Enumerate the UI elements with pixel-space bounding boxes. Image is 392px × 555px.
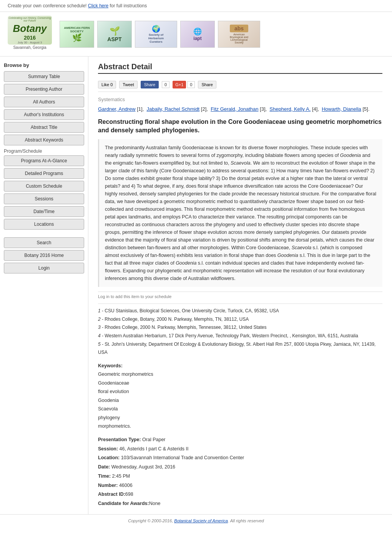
sidebar-btn-login[interactable]: Login — [4, 263, 84, 273]
sidebar-btn-search[interactable]: Search — [4, 237, 84, 248]
keywords-label: Keywords: — [98, 363, 123, 368]
program-schedule-label: Program/Schedule — [4, 148, 84, 154]
sidebar-btn-sessions[interactable]: Sessions — [4, 193, 84, 204]
keyword-1: Geometric morphometrics — [98, 372, 153, 377]
number-info: Number: 46006 — [98, 481, 382, 490]
abstract-id-info: Abstract ID:698 — [98, 490, 382, 499]
share-button-2[interactable]: Share — [198, 81, 216, 88]
sidebar-btn-locations[interactable]: Locations — [4, 219, 84, 230]
location-value: 103/Savannah International Trade and Con… — [121, 455, 244, 460]
abstract-id-label: Abstract ID: — [98, 492, 125, 497]
main-layout: Browse by Summary Table Presenting Autho… — [0, 57, 392, 514]
time-info: Time: 2:45 PM — [98, 472, 382, 481]
share-count: 0 — [162, 81, 169, 88]
candidate-info: Candidate for Awards:None — [98, 499, 382, 508]
author-link-3[interactable]: Fitz Gerald, Jonathan — [211, 106, 258, 112]
botany-logo-year: 2016 — [8, 35, 51, 41]
botany-logo-date: July 30 - August 3 — [8, 41, 51, 44]
social-bar: Like 0 Tweet Share 0 G+1 0 Share — [98, 78, 382, 92]
header-logos: Celebrating our History, Conserving our … — [0, 12, 392, 57]
sidebar-btn-custom-schedule[interactable]: Custom Schedule — [4, 181, 84, 192]
sidebar-btn-botany-home[interactable]: Botany 2016 Home — [4, 250, 84, 261]
sidebar-btn-date-time[interactable]: Date/Time — [4, 206, 84, 217]
keyword-3: floral evolution — [98, 389, 129, 394]
abstract-id-value: 698 — [125, 492, 133, 497]
author-link-4[interactable]: Shepherd, Kelly A. — [269, 106, 311, 112]
author-link-1[interactable]: Gardner, Andrew — [98, 106, 136, 112]
sidebar-btn-programs-at-a-glance[interactable]: Programs At-A-Glance — [4, 155, 84, 166]
banner-suffix: for full instructions — [108, 3, 147, 8]
time-label: Time: — [98, 473, 111, 479]
session-value: 46, Asterids I part C & Asterids II — [120, 446, 189, 452]
affiliation-4: 4 - Western Australian Herbarium, 17 Dic… — [98, 332, 382, 340]
presentation-type: Presentation Type: Oral Paper — [98, 435, 382, 445]
banner-text: Create your own conference schedule! — [8, 3, 88, 8]
browse-by-label: Browse by — [4, 62, 84, 68]
keyword-2: Goodeniaceae — [98, 380, 129, 386]
share-button[interactable]: Share — [141, 81, 159, 88]
botany-logo-celebrating: Celebrating our History, Conserving our … — [8, 17, 51, 22]
botany-logo-main: Botany — [8, 23, 51, 35]
authors-line: Gardner, Andrew [1], Jabaily, Rachel Sch… — [98, 105, 382, 113]
shc-logo: 🌍 Society ofHerbariumCurators — [135, 21, 177, 48]
presentation-type-label: Presentation Type: — [98, 437, 141, 442]
sidebar-btn-abstract-title[interactable]: Abstract Title — [4, 122, 84, 133]
tweet-button[interactable]: Tweet — [119, 81, 137, 88]
presentation-info: Presentation Type: Oral Paper Session: 4… — [98, 435, 382, 508]
aspt-logo: 🌱 ASPT — [97, 21, 132, 48]
location-label: Location: — [98, 455, 120, 460]
sponsor-logos: AMERICAN FERN SOCIETY 🌿 🌱 ASPT 🌍 Society… — [60, 21, 260, 48]
gplus-count: 0 — [187, 81, 195, 88]
footer-suffix: . All rights reserved — [228, 518, 264, 523]
sidebar-btn-summary-table[interactable]: Summary Table — [4, 71, 84, 82]
iapt-logo: 🌐 iapt — [180, 21, 215, 48]
affiliation-5: 5 - St. John's University, Department Of… — [98, 340, 382, 357]
botany-logo-image: Celebrating our History, Conserving our … — [8, 16, 52, 45]
affiliation-1: 1 - CSU Stanislaus, Biological Sciences,… — [98, 307, 382, 315]
sidebar-btn-authors-institutions[interactable]: Author's Institutions — [4, 109, 84, 120]
affiliations: 1 - CSU Stanislaus, Biological Sciences,… — [98, 303, 382, 357]
keyword-6: phylogeny — [98, 415, 120, 420]
sidebar-btn-presenting-author[interactable]: Presenting Author — [4, 84, 84, 95]
candidate-label: Candidate for Awards: — [98, 501, 149, 506]
fern-society-logo: AMERICAN FERN SOCIETY 🌿 — [60, 21, 94, 48]
botany-logo: Celebrating our History, Conserving our … — [8, 16, 52, 52]
footer: Copyright © 2000-2016, Botanical Society… — [0, 514, 392, 527]
date-info: Date: Wednesday, August 3rd, 2016 — [98, 463, 382, 472]
presentation-type-value: Oral Paper — [142, 437, 165, 442]
sidebar-btn-detailed-programs[interactable]: Detailed Programs — [4, 168, 84, 179]
time-value: 2:45 PM — [112, 473, 130, 479]
date-label: Date: — [98, 464, 110, 470]
click-here-link[interactable]: Click here — [88, 3, 108, 8]
location-info: Location: 103/Savannah International Tra… — [98, 453, 382, 463]
keyword-7: morphometrics. — [98, 423, 131, 429]
affiliation-2: 2 - Rhodes College, Botany, 2000 N. Park… — [98, 315, 382, 324]
date-value: Wednesday, August 3rd, 2016 — [111, 464, 175, 470]
sidebar-btn-abstract-keywords[interactable]: Abstract Keywords — [4, 135, 84, 145]
sidebar-btn-all-authors[interactable]: All Authors — [4, 97, 84, 107]
botany-logo-location: Savannah, Georgia — [13, 45, 46, 50]
candidate-value: None — [149, 501, 161, 506]
gplus-widget: G+1 0 — [173, 81, 195, 88]
session-label: Session: — [98, 446, 118, 452]
section-label: Systematics — [98, 97, 382, 102]
schedule-note: Log in to add this item to your schedule — [98, 292, 382, 299]
sidebar: Browse by Summary Table Presenting Autho… — [0, 57, 88, 514]
abstract-body: The predominantly Australian family Good… — [98, 139, 382, 287]
affiliation-3: 3 - Rhodes College, 2000 N. Parkway, Mem… — [98, 323, 382, 332]
number-value: 46006 — [119, 483, 133, 488]
abstract-main-title: Reconstructing floral shape evolution in… — [98, 118, 382, 135]
author-link-5[interactable]: Howarth, Dianella — [322, 106, 361, 112]
keyword-5: Scaevola — [98, 406, 118, 412]
session-info: Session: 46, Asterids I part C & Asterid… — [98, 445, 382, 454]
footer-link[interactable]: Botanical Society of America — [174, 518, 228, 523]
number-label: Number: — [98, 483, 118, 488]
author-link-2[interactable]: Jabaily, Rachel Schmidt — [146, 106, 199, 112]
like-button[interactable]: Like 0 — [98, 81, 116, 88]
keywords-section: Keywords: Geometric morphometrics Gooden… — [98, 362, 382, 431]
gplus-button[interactable]: G+1 — [173, 81, 186, 88]
keyword-4: Goodenia — [98, 398, 119, 403]
footer-text: Copyright © 2000-2016, — [128, 518, 174, 523]
content-area: Abstract Detail Like 0 Tweet Share 0 G+1… — [88, 57, 392, 514]
page-title: Abstract Detail — [98, 62, 382, 74]
